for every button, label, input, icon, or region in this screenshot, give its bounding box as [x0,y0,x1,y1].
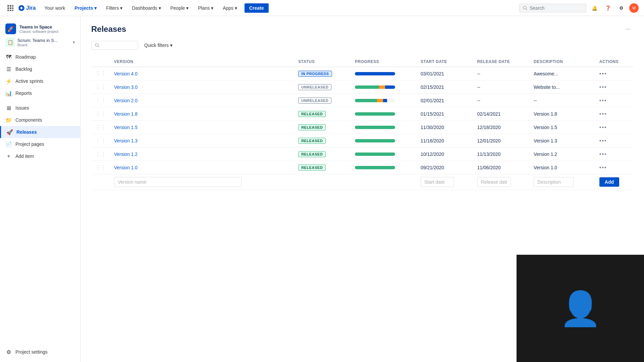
status-cell: RELEASED [294,147,351,161]
sidebar-item-issues[interactable]: ⊞ Issues [0,102,80,114]
drag-handle[interactable]: ⋮⋮ [91,94,110,107]
version-cell[interactable]: Version 3.0 [110,80,294,94]
release-date-cell: -- [473,80,530,94]
drag-handle[interactable]: ⋮⋮ [91,161,110,174]
search-input[interactable] [530,5,577,11]
quick-filters-button[interactable]: Quick filters ▾ [141,41,176,50]
row-more-icon[interactable]: ••• [599,124,607,130]
nav-your-work[interactable]: Your work [41,3,68,13]
version-cell[interactable]: Version 2.0 [110,94,294,107]
actions-cell[interactable]: ••• [595,121,633,134]
nav-people[interactable]: People ▾ [167,3,192,13]
start-date-cell: 09/21/2020 [417,161,473,174]
sidebar-item-components[interactable]: 📁 Components [0,114,80,126]
description-cell: -- [530,94,595,107]
table-row: ⋮⋮Version 1.0RELEASED09/21/202011/06/202… [91,161,633,174]
sidebar-item-label: Active sprints [15,78,43,84]
start-date-cell: 02/01/2021 [417,94,473,107]
status-badge: UNRELEASED [298,98,331,104]
project-name: Teams in Space [19,24,75,29]
actions-cell[interactable]: ••• [595,161,633,174]
version-search-box[interactable] [91,41,138,50]
user-avatar[interactable]: U [629,3,639,13]
nav-filters[interactable]: Filters ▾ [103,3,126,13]
version-cell[interactable]: Version 4.0 [110,67,294,80]
jira-logo[interactable]: Jira [18,5,36,11]
grid-icon[interactable] [5,3,15,13]
svg-line-12 [98,46,99,47]
progress-cell [351,80,417,94]
create-button[interactable]: Create [245,3,269,13]
sidebar-item-project-pages[interactable]: 📄 Project pages [0,138,80,150]
progress-bar [355,139,395,142]
new-release-date-input[interactable] [477,177,511,187]
nav-apps[interactable]: Apps ▾ [219,3,240,13]
status-badge: UNRELEASED [298,84,331,90]
actions-cell[interactable]: ••• [595,67,633,80]
nav-plans[interactable]: Plans ▾ [195,3,217,13]
actions-cell[interactable]: ••• [595,94,633,107]
sidebar-board-section[interactable]: 📋 Scrum: Teams in S... Board ▾ [0,36,80,51]
drag-handle[interactable]: ⋮⋮ [91,147,110,161]
more-actions-button[interactable]: ··· [623,24,633,34]
nav-dashboards[interactable]: Dashboards ▾ [128,3,164,13]
sidebar-item-roadmap[interactable]: 🗺 Roadmap [0,51,80,63]
new-description-input[interactable] [534,177,574,187]
table-body: ⋮⋮Version 4.0IN PROGRESS03/01/2021--Awes… [91,67,633,174]
actions-cell[interactable]: ••• [595,107,633,121]
version-search-input[interactable] [100,43,133,48]
sidebar-item-add-item[interactable]: + Add item [0,150,80,162]
start-date-cell: 01/15/2021 [417,107,473,121]
sidebar-item-project-settings[interactable]: ⚙ Project settings [0,346,80,358]
row-more-icon[interactable]: ••• [599,138,607,143]
row-more-icon[interactable]: ••• [599,84,607,90]
settings-button[interactable]: ⚙ [616,3,627,13]
page-header: Releases ··· [91,24,633,34]
webcam-overlay: 👤 [517,255,644,362]
drag-handle[interactable]: ⋮⋮ [91,107,110,121]
version-cell[interactable]: Version 1.0 [110,161,294,174]
row-more-icon[interactable]: ••• [599,98,607,103]
row-more-icon[interactable]: ••• [599,71,607,76]
pages-icon: 📄 [5,141,12,147]
nav-projects[interactable]: Projects ▾ [71,3,100,13]
drag-handle[interactable]: ⋮⋮ [91,67,110,80]
status-badge: IN PROGRESS [298,71,332,77]
svg-rect-5 [12,7,13,9]
new-version-name-input[interactable] [114,177,241,187]
drag-handle[interactable]: ⋮⋮ [91,121,110,134]
actions-cell[interactable]: ••• [595,134,633,147]
version-cell[interactable]: Version 1.8 [110,107,294,121]
sidebar-item-releases[interactable]: 🚀 Releases [0,126,80,138]
table-row: ⋮⋮Version 4.0IN PROGRESS03/01/2021--Awes… [91,67,633,80]
reports-icon: 📊 [5,90,12,97]
version-cell[interactable]: Version 1.3 [110,134,294,147]
status-cell: RELEASED [294,161,351,174]
help-button[interactable]: ❓ [602,3,613,13]
sidebar-item-active-sprints[interactable]: ⚡ Active sprints [0,75,80,87]
row-more-icon[interactable]: ••• [599,151,607,157]
progress-segment-blue [355,72,395,75]
status-cell: RELEASED [294,121,351,134]
drag-handle[interactable]: ⋮⋮ [91,134,110,147]
release-date-cell: 12/18/2020 [473,121,530,134]
progress-cell [351,94,417,107]
row-more-icon[interactable]: ••• [599,165,607,170]
board-chevron-icon[interactable]: ▾ [73,40,75,45]
row-more-icon[interactable]: ••• [599,111,607,117]
progress-segment-green [355,112,395,116]
version-cell[interactable]: Version 1.5 [110,121,294,134]
add-version-button[interactable]: Add [599,177,619,187]
actions-cell[interactable]: ••• [595,147,633,161]
search-box[interactable] [519,4,586,12]
actions-cell[interactable]: ••• [595,80,633,94]
version-cell[interactable]: Version 1.2 [110,147,294,161]
new-start-date-input[interactable] [421,177,454,187]
add-icon: + [5,153,12,160]
sidebar-item-reports[interactable]: 📊 Reports [0,87,80,99]
start-date-cell: 11/30/2020 [417,121,473,134]
sidebar-item-backlog[interactable]: ☰ Backlog [0,63,80,75]
drag-handle[interactable]: ⋮⋮ [91,80,110,94]
progress-bar [355,99,395,102]
notifications-button[interactable]: 🔔 [589,3,600,13]
